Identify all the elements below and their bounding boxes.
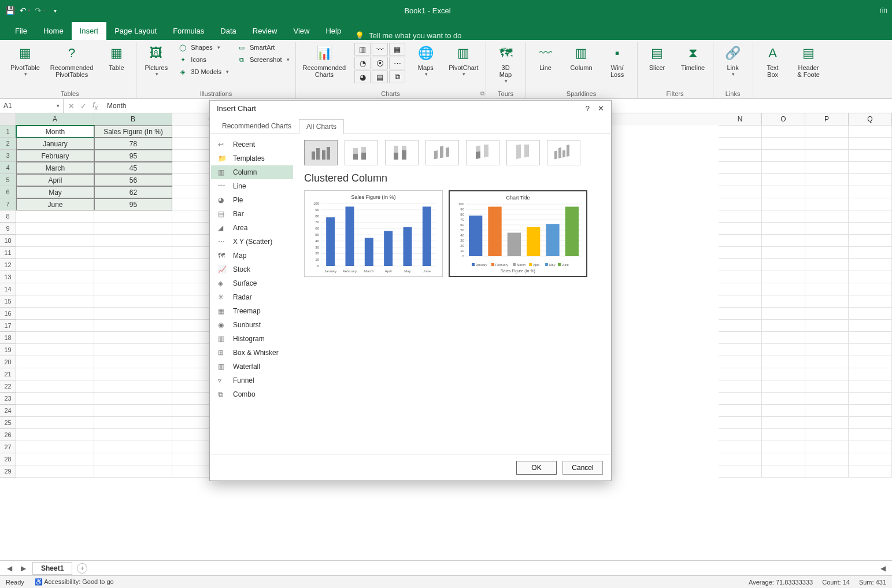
cell-O9[interactable]	[762, 223, 805, 235]
save-icon[interactable]: 💾	[5, 5, 15, 16]
dialog-tab-recommended[interactable]: Recommended Charts	[214, 119, 299, 134]
icons-button[interactable]: ✦Icons	[177, 54, 230, 65]
cell-B1[interactable]: Sales Figure (In %)	[94, 125, 172, 138]
status-accessibility[interactable]: ♿ Accessibility: Good to go	[35, 578, 114, 586]
cell-Q18[interactable]	[849, 332, 892, 344]
cell-A8[interactable]	[16, 210, 94, 223]
cell-O12[interactable]	[762, 259, 805, 271]
subtype-3d-100-stacked[interactable]	[506, 140, 540, 165]
cell-P3[interactable]	[805, 150, 849, 162]
chart-type-statistic-icon[interactable]: ⦿	[372, 57, 388, 69]
cell-B6[interactable]: 62	[94, 186, 172, 198]
chart-category-recent[interactable]: ↩Recent	[211, 138, 293, 151]
subtype-stacked-column[interactable]	[345, 140, 378, 165]
cell-Q15[interactable]	[849, 295, 892, 308]
cell-Q16[interactable]	[849, 308, 892, 320]
row-header-13[interactable]: 13	[0, 271, 16, 283]
cell-A22[interactable]	[16, 380, 94, 393]
cell-B24[interactable]	[94, 405, 172, 417]
chart-category-bar[interactable]: ▤Bar	[211, 207, 293, 221]
tab-data[interactable]: Data	[212, 22, 244, 40]
row-header-29[interactable]: 29	[0, 465, 16, 478]
dialog-tab-all-charts[interactable]: All Charts	[299, 119, 344, 134]
cell-N28[interactable]	[719, 453, 762, 465]
cell-A18[interactable]	[16, 332, 94, 344]
cell-N8[interactable]	[719, 210, 762, 223]
row-header-3[interactable]: 3	[0, 150, 16, 162]
cell-A2[interactable]: January	[16, 138, 94, 150]
sheet-tab-sheet1[interactable]: Sheet1	[32, 562, 72, 575]
row-header-23[interactable]: 23	[0, 393, 16, 405]
cell-Q12[interactable]	[849, 259, 892, 271]
cell-N24[interactable]	[719, 405, 762, 417]
cell-O23[interactable]	[762, 393, 805, 405]
cell-B25[interactable]	[94, 417, 172, 429]
cell-A24[interactable]	[16, 405, 94, 417]
row-header-19[interactable]: 19	[0, 344, 16, 356]
cell-O5[interactable]	[762, 174, 805, 186]
tab-help[interactable]: Help	[317, 22, 349, 40]
row-header-18[interactable]: 18	[0, 332, 16, 344]
chart-category-area[interactable]: ◢Area	[211, 221, 293, 235]
col-header-P[interactable]: P	[805, 113, 849, 125]
cell-N17[interactable]	[719, 320, 762, 332]
ok-button[interactable]: OK	[516, 461, 557, 475]
cell-O16[interactable]	[762, 308, 805, 320]
cell-P6[interactable]	[805, 186, 849, 198]
cell-P15[interactable]	[805, 295, 849, 308]
cell-B5[interactable]: 56	[94, 174, 172, 186]
cell-Q8[interactable]	[849, 210, 892, 223]
cell-B17[interactable]	[94, 320, 172, 332]
row-header-8[interactable]: 8	[0, 210, 16, 223]
slicer-button[interactable]: ▤Slicer	[642, 42, 672, 72]
cell-P7[interactable]	[805, 198, 849, 210]
pictures-button[interactable]: 🖼Pictures▾	[141, 42, 171, 78]
timeline-button[interactable]: ⧗Timeline	[678, 42, 708, 72]
cell-B2[interactable]: 78	[94, 138, 172, 150]
cell-N16[interactable]	[719, 308, 762, 320]
cell-B23[interactable]	[94, 393, 172, 405]
row-header-21[interactable]: 21	[0, 368, 16, 380]
col-header-N[interactable]: N	[719, 113, 762, 125]
cell-N21[interactable]	[719, 368, 762, 380]
charts-dialog-launcher-icon[interactable]: ⧉	[480, 90, 484, 97]
smartart-button[interactable]: ▭SmartArt	[236, 42, 291, 53]
row-header-15[interactable]: 15	[0, 295, 16, 308]
col-header-A[interactable]: A	[16, 113, 94, 125]
dialog-close-icon[interactable]: ✕	[598, 104, 604, 113]
chart-category-funnel[interactable]: ▿Funnel	[211, 373, 293, 387]
cell-A7[interactable]: June	[16, 198, 94, 210]
subtype-3d-stacked[interactable]	[466, 140, 499, 165]
cell-N12[interactable]	[719, 259, 762, 271]
cell-A11[interactable]	[16, 247, 94, 259]
cell-A17[interactable]	[16, 320, 94, 332]
pivotchart-button[interactable]: ▥PivotChart▾	[446, 42, 480, 78]
recommended-pivottables-button[interactable]: ?Recommended PivotTables	[48, 42, 96, 79]
cell-Q28[interactable]	[849, 453, 892, 465]
cell-N7[interactable]	[719, 198, 762, 210]
row-header-11[interactable]: 11	[0, 247, 16, 259]
cell-P18[interactable]	[805, 332, 849, 344]
chart-category-waterfall[interactable]: ▥Waterfall	[211, 360, 293, 373]
cell-N14[interactable]	[719, 283, 762, 295]
cell-B22[interactable]	[94, 380, 172, 393]
cell-P4[interactable]	[805, 162, 849, 174]
chart-category-line[interactable]: 〰Line	[211, 179, 293, 193]
cell-B10[interactable]	[94, 235, 172, 247]
row-header-26[interactable]: 26	[0, 429, 16, 441]
cell-P29[interactable]	[805, 465, 849, 478]
cell-B29[interactable]	[94, 465, 172, 478]
cell-A1[interactable]: Month	[16, 125, 94, 138]
cell-Q20[interactable]	[849, 356, 892, 368]
cell-Q24[interactable]	[849, 405, 892, 417]
cell-B18[interactable]	[94, 332, 172, 344]
cell-N18[interactable]	[719, 332, 762, 344]
cell-O19[interactable]	[762, 344, 805, 356]
cell-A16[interactable]	[16, 308, 94, 320]
cell-B12[interactable]	[94, 259, 172, 271]
cell-N23[interactable]	[719, 393, 762, 405]
cell-N19[interactable]	[719, 344, 762, 356]
row-header-10[interactable]: 10	[0, 235, 16, 247]
cell-P1[interactable]	[805, 125, 849, 138]
cell-P20[interactable]	[805, 356, 849, 368]
